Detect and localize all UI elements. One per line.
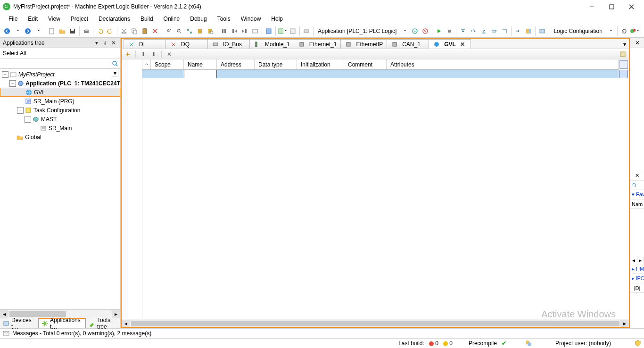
view-button[interactable]	[537, 26, 547, 36]
shield-icon[interactable]	[635, 340, 641, 347]
tree-task-config-label[interactable]: Task Configuration	[33, 107, 80, 114]
tab-can1[interactable]: CAN_1	[387, 39, 429, 49]
tree-srmain-prg-label[interactable]: SR_Main (PRG)	[33, 98, 74, 105]
right-ipc-button[interactable]: ▸ iPC	[630, 274, 644, 283]
delete-row-button[interactable]: ✕	[165, 50, 173, 58]
logout-button[interactable]	[420, 26, 430, 36]
close-button[interactable]	[621, 0, 641, 13]
delete-button[interactable]	[150, 26, 160, 36]
refresh-button[interactable]	[619, 26, 629, 36]
logic-config-dropdown[interactable]	[605, 26, 616, 36]
tab-applications-tree[interactable]: Applications t…	[38, 318, 86, 328]
menu-project[interactable]: Project	[66, 15, 93, 23]
tab-dq[interactable]: DQ	[165, 39, 208, 49]
tree-dropdown-button[interactable]: ▾	[112, 70, 118, 76]
cut-button[interactable]	[119, 26, 129, 36]
login-button[interactable]	[410, 26, 420, 36]
tab-tools-tree[interactable]: Tools tree	[86, 318, 120, 328]
tabs-overflow-button[interactable]: ▾	[620, 40, 629, 49]
tool-d-button[interactable]	[301, 26, 312, 36]
expander-icon[interactable]: −	[2, 71, 8, 78]
menu-window[interactable]: Window	[236, 15, 266, 23]
new-button[interactable]	[47, 26, 57, 36]
bookmark-button[interactable]	[195, 26, 205, 36]
step-over-button[interactable]	[468, 26, 479, 36]
right-d-button[interactable]: |D|	[630, 283, 644, 293]
insert-button[interactable]	[124, 50, 132, 58]
messages-bar[interactable]: Messages - Total 0 error(s), 0 warning(s…	[0, 328, 644, 338]
tool-b-button[interactable]	[277, 26, 288, 36]
step-cursor-button[interactable]	[499, 26, 510, 36]
menu-build[interactable]: Build	[136, 15, 158, 23]
grid-row[interactable]	[142, 70, 619, 78]
tabular-view-button[interactable]	[619, 70, 628, 78]
menu-edit[interactable]: Edit	[23, 15, 42, 23]
textual-view-button[interactable]	[619, 60, 628, 69]
save-button[interactable]	[67, 26, 78, 36]
col-attributes[interactable]: Attributes	[387, 59, 619, 69]
col-name[interactable]: Name	[184, 59, 217, 69]
step-out-button[interactable]	[479, 26, 489, 36]
nav-fwd-dropdown[interactable]	[33, 26, 43, 36]
status-toggle-button[interactable]	[629, 26, 640, 36]
right-panel-close-button[interactable]: ✕	[630, 38, 644, 48]
app-combo-dropdown[interactable]	[399, 26, 410, 36]
tree-srmain-label[interactable]: SR_Main	[49, 125, 72, 132]
select-all-row[interactable]: Select All	[0, 48, 120, 58]
panel-close-button[interactable]: ✕	[110, 39, 117, 47]
tab-gvl[interactable]: GVL✕	[429, 39, 471, 49]
col-datatype[interactable]: Data type	[255, 59, 297, 69]
step-return-button[interactable]	[489, 26, 499, 36]
stop-button[interactable]	[444, 26, 454, 36]
col-comment[interactable]: Comment	[344, 59, 387, 69]
security-icon[interactable]	[525, 340, 532, 347]
expander-icon[interactable]: −	[25, 116, 31, 123]
menu-view[interactable]: View	[43, 15, 65, 23]
tab-devices-tree[interactable]: Devices t…	[0, 318, 38, 328]
move-down-button[interactable]: ⬇	[149, 50, 158, 58]
right-search-button[interactable]	[630, 181, 644, 190]
right-panel-close2-button[interactable]: ✕	[630, 171, 644, 181]
step-into-button[interactable]	[458, 26, 468, 36]
bp-clear-button[interactable]	[250, 26, 260, 36]
maximize-button[interactable]	[602, 0, 621, 13]
name-cell-editing[interactable]	[184, 70, 217, 78]
right-name-button[interactable]: Nam	[630, 199, 644, 209]
logic-config-combo[interactable]: Logic Configuration	[551, 28, 605, 34]
minimize-button[interactable]	[582, 0, 602, 13]
right-scroll-arrows[interactable]: ◂▸	[630, 256, 644, 265]
print-button[interactable]	[81, 26, 91, 36]
tab-ethernetip[interactable]: EthernetIP	[340, 39, 387, 49]
tree-search-input[interactable]	[0, 58, 110, 68]
app-combo[interactable]: Application [PLC_1: PLC Logic]	[315, 28, 399, 34]
redo-button[interactable]	[105, 26, 116, 36]
tool-c-button[interactable]	[288, 26, 298, 36]
bp-prev-button[interactable]	[239, 26, 250, 36]
open-button[interactable]	[57, 26, 67, 36]
editor-options-button[interactable]	[619, 50, 627, 58]
menu-help[interactable]: Help	[266, 15, 288, 23]
editor-hscrollbar[interactable]: ◂ ▸	[122, 319, 629, 327]
declaration-grid[interactable]: Scope Name Address Data type Initializat…	[142, 59, 619, 319]
col-address[interactable]: Address	[217, 59, 255, 69]
nav-back-dropdown[interactable]	[12, 26, 23, 36]
panel-pin-button[interactable]	[101, 39, 109, 47]
right-hm-button[interactable]: ▸ HM	[630, 265, 644, 274]
tree-mast-label[interactable]: MAST	[41, 116, 57, 123]
bookmark2-button[interactable]	[205, 26, 215, 36]
goto-button[interactable]	[513, 26, 523, 36]
tree-application-label[interactable]: Application (PLC_1: TM241CEC24T	[25, 80, 120, 87]
replace-button[interactable]	[184, 26, 195, 36]
scroll-right-icon[interactable]: ▸	[620, 320, 629, 327]
menu-online[interactable]: Online	[159, 15, 185, 23]
tree-global-label[interactable]: Global	[25, 134, 41, 141]
undo-button[interactable]	[95, 26, 105, 36]
tab-close-icon[interactable]: ✕	[460, 41, 465, 48]
applications-tree[interactable]: ▾ − MyFirstProject − Application (PLC_1:…	[0, 69, 120, 309]
copy-button[interactable]	[129, 26, 140, 36]
tab-iobus[interactable]: IO_Bus	[207, 39, 250, 49]
menu-declarations[interactable]: Declarations	[94, 15, 135, 23]
expander-icon[interactable]: −	[9, 80, 16, 87]
run-button[interactable]	[434, 26, 444, 36]
tab-module1[interactable]: Module_1	[249, 39, 294, 49]
